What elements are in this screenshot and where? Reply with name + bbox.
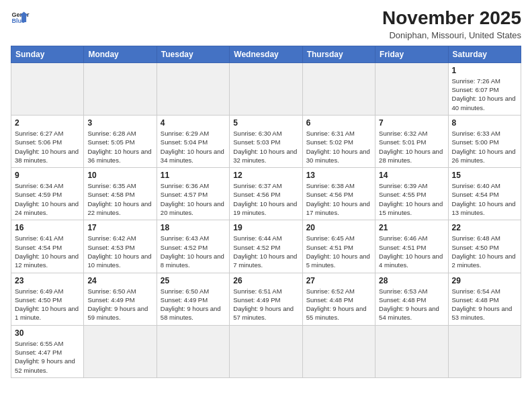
day-number: 2	[15, 118, 80, 128]
day-number: 7	[379, 118, 444, 128]
col-header-wednesday: Wednesday	[230, 46, 302, 62]
day-number: 24	[87, 276, 152, 285]
day-number: 6	[306, 118, 371, 128]
day-cell	[302, 325, 375, 377]
day-cell: 6Sunrise: 6:31 AM Sunset: 5:02 PM Daylig…	[302, 115, 375, 167]
day-cell	[157, 325, 229, 377]
day-info: Sunrise: 6:54 AM Sunset: 4:48 PM Dayligh…	[452, 287, 517, 322]
day-cell: 21Sunrise: 6:46 AM Sunset: 4:51 PM Dayli…	[375, 220, 448, 273]
day-info: Sunrise: 6:44 AM Sunset: 4:52 PM Dayligh…	[233, 234, 298, 269]
day-cell: 10Sunrise: 6:35 AM Sunset: 4:58 PM Dayli…	[84, 168, 157, 220]
logo: General Blue	[11, 8, 30, 27]
day-number: 11	[161, 171, 226, 180]
day-cell: 15Sunrise: 6:40 AM Sunset: 4:54 PM Dayli…	[448, 168, 521, 220]
location: Doniphan, Missouri, United States	[382, 30, 521, 40]
day-number: 28	[379, 276, 444, 285]
day-info: Sunrise: 6:55 AM Sunset: 4:47 PM Dayligh…	[15, 339, 80, 375]
day-cell	[375, 325, 448, 377]
col-header-tuesday: Tuesday	[157, 46, 229, 62]
col-header-thursday: Thursday	[302, 46, 375, 62]
day-number: 27	[306, 276, 371, 285]
week-row-1: 1Sunrise: 7:26 AM Sunset: 6:07 PM Daylig…	[11, 62, 521, 115]
day-cell: 26Sunrise: 6:51 AM Sunset: 4:49 PM Dayli…	[230, 273, 302, 325]
day-number: 12	[233, 171, 298, 180]
week-row-3: 9Sunrise: 6:34 AM Sunset: 4:59 PM Daylig…	[11, 168, 521, 220]
day-info: Sunrise: 6:29 AM Sunset: 5:04 PM Dayligh…	[161, 129, 226, 165]
day-cell	[230, 62, 302, 115]
day-cell: 5Sunrise: 6:30 AM Sunset: 5:03 PM Daylig…	[230, 115, 302, 167]
week-row-2: 2Sunrise: 6:27 AM Sunset: 5:06 PM Daylig…	[11, 115, 521, 167]
day-number: 13	[306, 171, 371, 180]
col-header-sunday: Sunday	[11, 46, 84, 62]
day-cell: 29Sunrise: 6:54 AM Sunset: 4:48 PM Dayli…	[448, 273, 521, 325]
day-info: Sunrise: 6:50 AM Sunset: 4:49 PM Dayligh…	[161, 287, 226, 322]
day-cell: 22Sunrise: 6:48 AM Sunset: 4:50 PM Dayli…	[448, 220, 521, 273]
calendar-table: SundayMondayTuesdayWednesdayThursdayFrid…	[11, 46, 521, 378]
day-info: Sunrise: 6:27 AM Sunset: 5:06 PM Dayligh…	[15, 129, 80, 165]
day-cell	[302, 62, 375, 115]
day-number: 10	[87, 171, 152, 180]
day-cell	[84, 325, 157, 377]
day-number: 18	[161, 223, 226, 232]
day-number: 3	[87, 118, 152, 128]
calendar-header-row: SundayMondayTuesdayWednesdayThursdayFrid…	[11, 46, 521, 62]
day-cell: 3Sunrise: 6:28 AM Sunset: 5:05 PM Daylig…	[84, 115, 157, 167]
day-info: Sunrise: 6:32 AM Sunset: 5:01 PM Dayligh…	[379, 129, 444, 165]
day-number: 16	[15, 223, 80, 232]
day-cell	[448, 325, 521, 377]
day-cell: 24Sunrise: 6:50 AM Sunset: 4:49 PM Dayli…	[84, 273, 157, 325]
day-cell: 27Sunrise: 6:52 AM Sunset: 4:48 PM Dayli…	[302, 273, 375, 325]
day-cell	[157, 62, 229, 115]
day-cell: 17Sunrise: 6:42 AM Sunset: 4:53 PM Dayli…	[84, 220, 157, 273]
day-info: Sunrise: 6:31 AM Sunset: 5:02 PM Dayligh…	[306, 129, 371, 165]
col-header-saturday: Saturday	[448, 46, 521, 62]
day-cell: 8Sunrise: 6:33 AM Sunset: 5:00 PM Daylig…	[448, 115, 521, 167]
day-number: 9	[15, 171, 80, 180]
day-number: 29	[452, 276, 517, 285]
day-info: Sunrise: 6:30 AM Sunset: 5:03 PM Dayligh…	[233, 129, 298, 165]
day-cell	[375, 62, 448, 115]
day-number: 21	[379, 223, 444, 232]
day-info: Sunrise: 6:37 AM Sunset: 4:56 PM Dayligh…	[233, 181, 298, 217]
day-info: Sunrise: 6:42 AM Sunset: 4:53 PM Dayligh…	[87, 234, 152, 269]
day-cell	[11, 62, 84, 115]
day-cell: 11Sunrise: 6:36 AM Sunset: 4:57 PM Dayli…	[157, 168, 229, 220]
day-info: Sunrise: 6:49 AM Sunset: 4:50 PM Dayligh…	[15, 287, 80, 322]
day-cell: 12Sunrise: 6:37 AM Sunset: 4:56 PM Dayli…	[230, 168, 302, 220]
month-title: November 2025	[382, 8, 521, 29]
day-info: Sunrise: 6:40 AM Sunset: 4:54 PM Dayligh…	[452, 181, 517, 217]
day-cell: 25Sunrise: 6:50 AM Sunset: 4:49 PM Dayli…	[157, 273, 229, 325]
day-info: Sunrise: 6:41 AM Sunset: 4:54 PM Dayligh…	[15, 234, 80, 269]
day-cell	[84, 62, 157, 115]
day-cell: 19Sunrise: 6:44 AM Sunset: 4:52 PM Dayli…	[230, 220, 302, 273]
day-info: Sunrise: 6:34 AM Sunset: 4:59 PM Dayligh…	[15, 181, 80, 217]
day-number: 26	[233, 276, 298, 285]
day-cell: 2Sunrise: 6:27 AM Sunset: 5:06 PM Daylig…	[11, 115, 84, 167]
day-number: 22	[452, 223, 517, 232]
day-info: Sunrise: 6:35 AM Sunset: 4:58 PM Dayligh…	[87, 181, 152, 217]
week-row-4: 16Sunrise: 6:41 AM Sunset: 4:54 PM Dayli…	[11, 220, 521, 273]
day-number: 19	[233, 223, 298, 232]
day-info: Sunrise: 6:39 AM Sunset: 4:55 PM Dayligh…	[379, 181, 444, 217]
day-info: Sunrise: 6:53 AM Sunset: 4:48 PM Dayligh…	[379, 287, 444, 322]
day-cell: 18Sunrise: 6:43 AM Sunset: 4:52 PM Dayli…	[157, 220, 229, 273]
day-number: 8	[452, 118, 517, 128]
day-cell: 4Sunrise: 6:29 AM Sunset: 5:04 PM Daylig…	[157, 115, 229, 167]
day-cell: 28Sunrise: 6:53 AM Sunset: 4:48 PM Dayli…	[375, 273, 448, 325]
day-cell: 7Sunrise: 6:32 AM Sunset: 5:01 PM Daylig…	[375, 115, 448, 167]
day-number: 25	[161, 276, 226, 285]
day-cell: 16Sunrise: 6:41 AM Sunset: 4:54 PM Dayli…	[11, 220, 84, 273]
day-info: Sunrise: 6:36 AM Sunset: 4:57 PM Dayligh…	[161, 181, 226, 217]
day-info: Sunrise: 6:51 AM Sunset: 4:49 PM Dayligh…	[233, 287, 298, 322]
day-cell: 13Sunrise: 6:38 AM Sunset: 4:56 PM Dayli…	[302, 168, 375, 220]
day-info: Sunrise: 6:48 AM Sunset: 4:50 PM Dayligh…	[452, 234, 517, 269]
week-row-5: 23Sunrise: 6:49 AM Sunset: 4:50 PM Dayli…	[11, 273, 521, 325]
day-info: Sunrise: 7:26 AM Sunset: 6:07 PM Dayligh…	[452, 77, 517, 112]
day-number: 20	[306, 223, 371, 232]
generalblue-logo-icon: General Blue	[11, 8, 30, 27]
title-block: November 2025 Doniphan, Missouri, United…	[382, 8, 521, 40]
day-info: Sunrise: 6:52 AM Sunset: 4:48 PM Dayligh…	[306, 287, 371, 322]
day-cell: 20Sunrise: 6:45 AM Sunset: 4:51 PM Dayli…	[302, 220, 375, 273]
day-info: Sunrise: 6:50 AM Sunset: 4:49 PM Dayligh…	[87, 287, 152, 322]
day-number: 17	[87, 223, 152, 232]
